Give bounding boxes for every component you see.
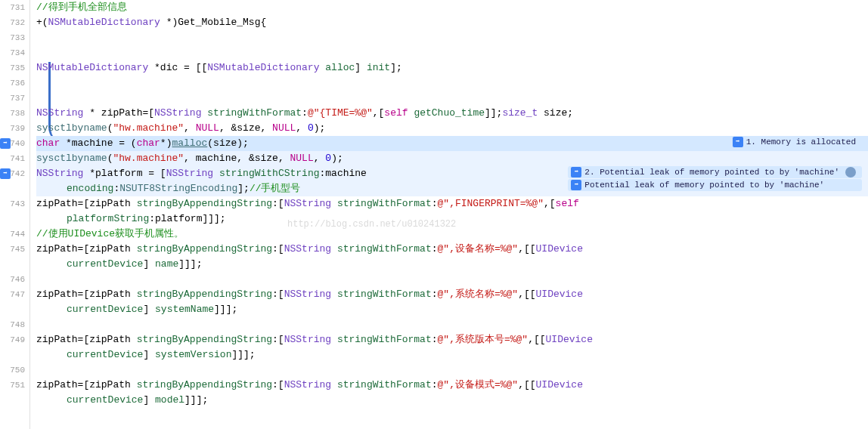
code-line[interactable] <box>36 91 868 106</box>
gutter-line[interactable]: ➡742 <box>0 166 25 196</box>
gutter-line: 741 <box>0 151 25 166</box>
gutter-line: 747 <box>0 287 25 317</box>
gutter-line: 738 <box>0 106 25 121</box>
analyzer-message-2[interactable]: ➡ 2. Potential leak of memory pointed to… <box>568 166 862 178</box>
gutter-line: 743 <box>0 196 25 227</box>
gutter-line: 733 <box>0 30 25 45</box>
gutter-line: 746 <box>0 272 25 287</box>
analyzer-message-label: Potential leak of memory pointed to by '… <box>584 181 824 190</box>
analyzer-inline-message[interactable]: ➡ 1. Memory is allocated <box>730 136 862 149</box>
analyzer-message-label: 2. Potential leak of memory pointed to b… <box>584 168 839 177</box>
gutter-line: 739 <box>0 121 25 136</box>
analyzer-step-icon[interactable]: ➡ <box>0 168 11 179</box>
line-gutter: 731 732 733 734 735 736 737 738 739 ➡740… <box>0 0 30 429</box>
gutter-line: 745 <box>0 242 25 272</box>
code-line[interactable] <box>36 76 868 91</box>
code-line[interactable]: NSMutableDictionary *dic = [[NSMutableDi… <box>36 60 868 76</box>
gutter-line: 734 <box>0 45 25 60</box>
code-area[interactable]: http://blog.csdn.net/u010241322 //得到手机全部… <box>30 0 868 429</box>
code-line[interactable]: zipPath=[zipPath stringByAppendingString… <box>36 242 868 272</box>
analyzer-inline-message[interactable]: ➡ 2. Potential leak of memory pointed to… <box>568 166 862 192</box>
code-line[interactable] <box>36 45 868 60</box>
code-line[interactable] <box>36 272 868 287</box>
gutter-line: 749 <box>0 332 25 363</box>
arrow-right-icon: ➡ <box>733 137 743 147</box>
gutter-line: 750 <box>0 363 25 378</box>
code-line[interactable] <box>36 30 868 45</box>
code-editor[interactable]: 731 732 733 734 735 736 737 738 739 ➡740… <box>0 0 868 429</box>
code-line[interactable]: zipPath=[zipPath stringByAppendingString… <box>36 196 868 227</box>
code-line[interactable]: sysctlbyname("hw.machine", NULL, &size, … <box>36 121 868 136</box>
analyzer-message-label: 1. Memory is allocated <box>746 137 856 147</box>
code-line[interactable]: //得到手机全部信息 <box>36 0 868 15</box>
code-line[interactable]: zipPath=[zipPath stringByAppendingString… <box>36 378 868 408</box>
gutter-line: 737 <box>0 91 25 106</box>
gutter-line: 732 <box>0 15 25 30</box>
code-line[interactable]: zipPath=[zipPath stringByAppendingString… <box>36 332 868 363</box>
code-line[interactable]: +(NSMutableDictionary *)Get_Mobile_Msg{ <box>36 15 868 30</box>
gutter-line: 748 <box>0 317 25 332</box>
code-line[interactable] <box>36 363 868 378</box>
analyzer-message-3[interactable]: ➡ Potential leak of memory pointed to by… <box>568 179 862 191</box>
code-line[interactable]: //使用UIDevice获取手机属性。 <box>36 227 868 242</box>
gutter-line: 731 <box>0 0 25 15</box>
code-line-highlighted[interactable]: sysctlbyname("hw.machine", machine, &siz… <box>36 151 868 166</box>
gutter-line[interactable]: ➡740 <box>0 136 25 151</box>
analyzer-step-icon[interactable]: ➡ <box>0 138 11 149</box>
gutter-line: 736 <box>0 76 25 91</box>
disclosure-up-icon[interactable] <box>845 167 856 177</box>
analyzer-message-1[interactable]: ➡ 1. Memory is allocated <box>730 136 862 148</box>
gutter-line: 751 <box>0 378 25 408</box>
gutter-line: 744 <box>0 227 25 242</box>
arrow-right-icon: ➡ <box>571 180 581 190</box>
arrow-right-icon: ➡ <box>571 167 581 177</box>
code-line[interactable] <box>36 317 868 332</box>
gutter-line: 735 <box>0 60 25 76</box>
code-line[interactable]: NSString * zipPath=[NSString stringWithF… <box>36 106 868 121</box>
code-line[interactable]: zipPath=[zipPath stringByAppendingString… <box>36 287 868 317</box>
